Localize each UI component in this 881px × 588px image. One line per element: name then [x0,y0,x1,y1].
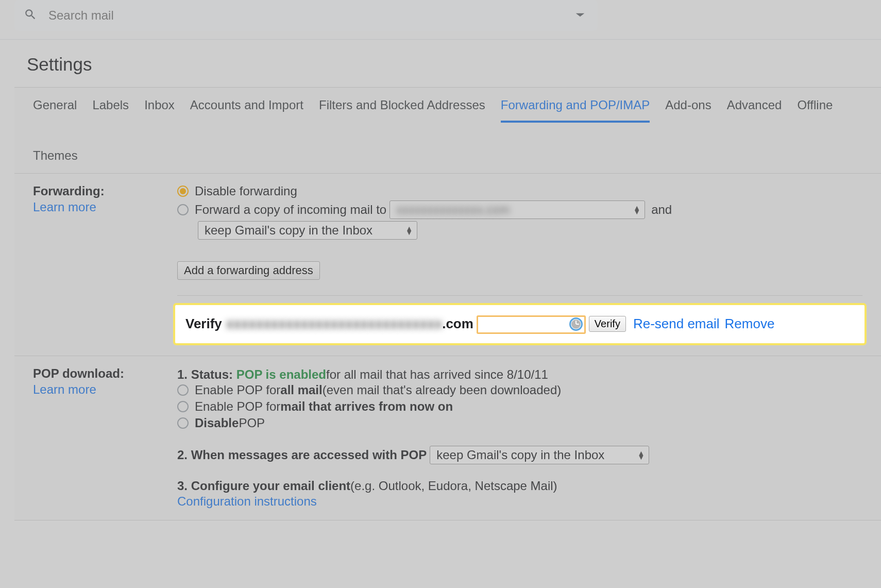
select-arrows-icon: ▲▼ [626,206,640,214]
pop-when-accessed-label: 2. When messages are accessed with POP [177,448,427,462]
pop-disable-radio[interactable] [177,417,189,429]
disable-forwarding-radio[interactable] [177,186,189,197]
add-forwarding-address-button[interactable]: Add a forwarding address [177,261,320,280]
search-input[interactable] [37,8,575,23]
forward-address-select[interactable]: xxxxxxxxxxxxxx.com ▲▼ [389,200,645,219]
pop-learn-more-link[interactable]: Learn more [33,382,177,397]
disable-forwarding-label: Disable forwarding [195,184,297,198]
pop-enable-new-prefix: Enable POP for [195,399,280,414]
verify-prefix: Verify [185,316,222,332]
resend-email-link[interactable]: Re-send email [633,316,720,332]
pop-configure-prefix: 3. Configure your email client [177,479,350,493]
pop-when-accessed-value: keep Gmail's copy in the Inbox [436,448,604,462]
tab-forwarding-and-pop-imap[interactable]: Forwarding and POP/IMAP [501,88,650,123]
pop-status-prefix: 1. Status: [177,367,233,382]
pop-enable-all-suffix: (even mail that's already been downloade… [323,383,562,397]
select-arrows-icon: ▲▼ [630,451,645,459]
tab-offline[interactable]: Offline [797,88,833,123]
pop-status-suffix: for all mail that has arrived since 8/10… [326,367,548,382]
forward-copy-label: Forward a copy of incoming mail to [195,203,386,217]
pop-when-accessed-select[interactable]: keep Gmail's copy in the Inbox ▲▼ [430,446,649,464]
configuration-instructions-link[interactable]: Configuration instructions [177,494,317,509]
forward-address-value: xxxxxxxxxxxxxx.com [396,203,510,217]
settings-tabs: GeneralLabelsInboxAccounts and ImportFil… [14,87,881,174]
pop-configure-suffix: (e.g. Outlook, Eudora, Netscape Mail) [350,479,557,493]
pop-disable-suffix: POP [239,416,265,430]
remove-link[interactable]: Remove [725,316,775,332]
forwarding-learn-more-link[interactable]: Learn more [33,200,177,214]
tab-filters-and-blocked-addresses[interactable]: Filters and Blocked Addresses [319,88,485,123]
search-bar[interactable] [14,0,598,31]
pop-enable-all-bold: all mail [280,383,322,397]
pop-enable-new-radio[interactable] [177,401,189,412]
keep-copy-select[interactable]: keep Gmail's copy in the Inbox ▲▼ [198,221,417,240]
forwarding-section: Forwarding: Learn more Disable forwardin… [14,174,881,356]
verify-button[interactable]: Verify [589,316,626,332]
page-title: Settings [0,40,881,87]
pop-section: POP download: Learn more 1. Status: POP … [14,356,881,520]
keep-copy-value: keep Gmail's copy in the Inbox [205,223,372,238]
pop-disable-bold: Disable [195,416,239,430]
tab-add-ons[interactable]: Add-ons [665,88,711,123]
pop-enable-all-radio[interactable] [177,384,189,396]
verify-highlight-box: Verify xxxxxxxxxxxxxxxxxxxxxxxxxxxxx .co… [173,303,867,345]
verify-email-suffix: .com [442,316,473,332]
search-icon [24,8,37,23]
tab-themes[interactable]: Themes [33,138,78,173]
tab-inbox[interactable]: Inbox [144,88,175,123]
select-arrows-icon: ▲▼ [398,226,413,234]
forwarding-title: Forwarding: [33,184,177,198]
search-options-dropdown-icon[interactable] [575,11,585,20]
clock-icon [569,317,583,331]
tab-general[interactable]: General [33,88,77,123]
pop-status-enabled: POP is enabled [236,367,326,382]
pop-title: POP download: [33,366,177,381]
tab-labels[interactable]: Labels [92,88,129,123]
tab-accounts-and-import[interactable]: Accounts and Import [190,88,303,123]
verify-email-blurred: xxxxxxxxxxxxxxxxxxxxxxxxxxxxx [226,316,442,332]
tab-advanced[interactable]: Advanced [727,88,782,123]
pop-enable-all-prefix: Enable POP for [195,383,280,397]
pop-enable-new-bold: mail that arrives from now on [280,399,453,414]
enable-forwarding-radio[interactable] [177,204,189,215]
and-text: and [651,203,672,217]
